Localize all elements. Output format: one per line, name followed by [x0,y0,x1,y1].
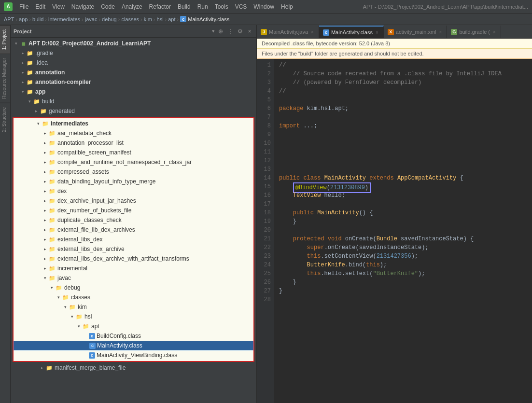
menu-run[interactable]: Run [195,2,211,11]
tree-item[interactable]: 📁 classes [14,292,253,302]
tree-item[interactable]: 📁 dex_archive_input_jar_hashes [14,196,253,206]
item-label: incremental [57,265,87,272]
tree-item[interactable]: 📁 dex [14,186,253,196]
menu-navigate[interactable]: Navigate [69,2,97,11]
breadcrumb-javac[interactable]: javac [85,16,98,22]
breadcrumb-intermediates[interactable]: intermediates [48,16,80,22]
tab-build-gradle[interactable]: G build.gradle ( × [447,26,501,38]
tree-item-mainactivity-viewbinding[interactable]: c MainActivity_ViewBinding.class [14,350,253,360]
breadcrumb-app[interactable]: app [19,16,28,22]
item-arrow [19,88,26,95]
tree-item[interactable]: 📁 compressed_assets [14,167,253,177]
tree-item[interactable]: 📁 duplicate_classes_check [14,215,253,225]
tree-item-app[interactable]: 📁 app [11,87,256,97]
tree-item[interactable]: 📁 hsl [14,312,253,321]
item-label: app [35,88,45,95]
tree-item[interactable]: 📁 kim [14,302,253,312]
tree-item-buildconfig[interactable]: c BuildConfig.class [14,331,253,341]
folder-icon: 📁 [26,49,34,57]
breadcrumb-file[interactable]: MainActivity.class [188,16,229,22]
tree-item[interactable]: 📁 external_libs_dex_archive_with_artifac… [14,254,253,264]
item-label: MainActivity.class [97,342,142,349]
menu-vcs[interactable]: VCS [232,2,250,11]
item-arrow [42,130,48,137]
tree-item[interactable]: 📁 apt [14,321,253,331]
folder-icon: 📁 [48,245,56,253]
item-label: generated [49,108,75,114]
tree-item[interactable]: 📁 incremental [14,264,253,273]
tab-mainactivity-class[interactable]: c MainActivity.class × [319,26,384,38]
tab-mainactivity-java[interactable]: J MainActivity.java × [257,26,319,38]
code-line-4: // [279,87,527,96]
menu-file[interactable]: File [16,2,31,11]
breadcrumb-build[interactable]: build [32,16,43,22]
tree-item[interactable]: 📁 dex_number_of_buckets_file [14,206,253,215]
menu-build[interactable]: Build [175,2,194,11]
tab-label: activity_main.xml [396,29,436,35]
code-line-18: public MainActivity() { [279,208,527,217]
tree-item-generated[interactable]: 📁 generated [11,106,256,116]
breadcrumb-apt-folder[interactable]: apt [168,16,175,22]
folder-icon: 📁 [48,168,56,176]
tree-item[interactable]: 📁 external_file_lib_dex_archives [14,225,253,235]
tree-item-build[interactable]: 📁 build [11,97,256,106]
info-banner-build-warning: Files under the "build" folder are gener… [257,49,532,59]
side-tab-resource-manager[interactable]: Resource Manager [0,54,10,103]
item-arrow [35,120,42,127]
menu-tools[interactable]: Tools [212,2,231,11]
menu-refactor[interactable]: Refactor [146,2,174,11]
item-arrow [19,69,26,76]
panel-locate-icon[interactable]: ⊕ [217,28,224,35]
project-tree[interactable]: ◼ APT D:\002_Project\002_Android_Learn\A… [11,38,256,403]
breadcrumb-debug[interactable]: debug [102,16,117,22]
breadcrumb-apt[interactable]: APT [4,16,14,22]
item-label: intermediates [51,120,88,127]
tab-close[interactable]: × [438,29,443,35]
breadcrumb-classes[interactable]: classes [121,16,139,22]
tree-item[interactable]: 📁 external_libs_dex_archive [14,244,253,254]
tree-item[interactable]: 📁 aar_metadata_check [14,128,253,138]
tree-item[interactable]: 📁 .gradle [11,48,256,58]
tree-item[interactable]: 📁 debug [14,283,253,292]
tab-activity-main-xml[interactable]: X activity_main.xml × [384,26,448,38]
root-label: APT D:\002_Project\002_Android_Learn\APT [28,40,151,47]
side-tab-structure[interactable]: 2: Structure [0,103,10,136]
breadcrumb-hsl[interactable]: hsl [157,16,164,22]
panel-options-icon[interactable]: ⋮ [226,28,234,35]
tree-item[interactable]: 📁 annotation-compiler [11,77,256,87]
tree-item-intermediates[interactable]: 📁 intermediates [14,119,253,128]
tab-close[interactable]: × [310,29,315,35]
menu-analyze[interactable]: Analyze [119,2,145,11]
root-arrow [13,40,19,47]
folder-icon: 📁 [48,274,56,282]
code-content[interactable]: // // Source code recreated from a .clas… [274,59,532,403]
file-class-icon: c [89,352,95,359]
item-label: debug [64,284,80,291]
tab-close[interactable]: × [492,29,497,35]
panel-dropdown-arrow[interactable]: ▾ [212,28,215,34]
tree-item[interactable]: 📁 .idea [11,58,256,68]
menu-edit[interactable]: Edit [32,2,48,11]
item-arrow [19,79,26,85]
tree-item[interactable]: 📁 javac [14,273,253,283]
code-line-2: // Source code recreated from a .class f… [279,69,527,78]
tree-item[interactable]: 📁 compile_and_runtime_not_namespaced_r_c… [14,157,253,167]
tree-item[interactable]: 📁 external_libs_dex [14,235,253,244]
side-tab-project[interactable]: 1: Project [0,25,10,54]
breadcrumb-kim[interactable]: kim [144,16,152,22]
tree-item[interactable]: 📁 annotation [11,68,256,77]
tab-close[interactable]: × [375,30,379,35]
tree-item[interactable]: 📁 data_binding_layout_info_type_merge [14,177,253,186]
menu-help[interactable]: Help [278,2,296,11]
tree-item[interactable]: 📁 manifest_merge_blame_file [11,363,256,373]
tree-item[interactable]: 📁 annotation_processor_list [14,138,253,148]
item-arrow [42,217,48,223]
menu-code[interactable]: Code [98,2,118,11]
panel-settings-icon[interactable]: ⚙ [236,28,244,35]
tree-item-mainactivity[interactable]: c MainActivity.class [14,341,253,350]
panel-close-icon[interactable]: × [246,28,253,35]
tree-root[interactable]: ◼ APT D:\002_Project\002_Android_Learn\A… [11,39,256,48]
tree-item[interactable]: 📁 compatible_screen_manifest [14,148,253,157]
menu-view[interactable]: View [49,2,68,11]
menu-window[interactable]: Window [251,2,277,11]
